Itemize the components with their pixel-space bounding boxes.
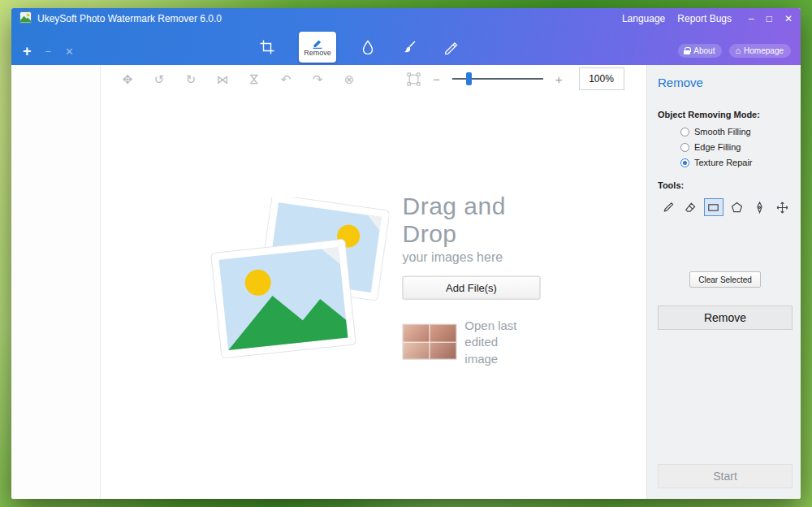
dragdrop-subtitle: your images here bbox=[403, 250, 503, 265]
radio-circle[interactable] bbox=[680, 143, 689, 152]
polygon-select-tool-icon[interactable] bbox=[727, 198, 746, 216]
canvas-dropzone[interactable]: Drag and Drop your images here Add File(… bbox=[101, 93, 646, 499]
selection-frame-icon[interactable] bbox=[407, 72, 421, 86]
radio-label: Smooth Filling bbox=[694, 127, 751, 136]
radio-circle[interactable] bbox=[680, 158, 689, 167]
panel-heading: Remove bbox=[658, 76, 793, 89]
eraser-tool-icon[interactable] bbox=[680, 198, 700, 216]
about-label: About bbox=[693, 46, 715, 55]
redo-icon[interactable]: ↷ bbox=[310, 73, 325, 85]
brush-icon[interactable] bbox=[400, 37, 419, 57]
crop-icon[interactable] bbox=[257, 37, 277, 57]
rectangle-select-tool-icon[interactable] bbox=[704, 198, 723, 216]
droplet-icon[interactable] bbox=[358, 37, 378, 57]
clear-files-button[interactable]: ✕ bbox=[65, 46, 74, 57]
undo-icon[interactable]: ↶ bbox=[279, 73, 293, 85]
maximize-button[interactable]: □ bbox=[767, 14, 772, 24]
close-button[interactable]: ✕ bbox=[784, 14, 793, 24]
radio-label: Edge Filling bbox=[694, 142, 741, 152]
about-button[interactable]: About bbox=[678, 44, 722, 58]
thumbnail-list-panel[interactable] bbox=[11, 65, 101, 499]
remove-action-button[interactable]: Remove bbox=[658, 306, 793, 330]
remove-settings-panel: Remove Object Removing Mode: Smooth Fill… bbox=[646, 65, 801, 499]
mode-radio-group: Smooth Filling Edge Filling Texture Repa… bbox=[680, 127, 793, 167]
report-bugs-menu[interactable]: Report Bugs bbox=[674, 13, 735, 24]
dragdrop-title: Drag and Drop bbox=[403, 193, 541, 248]
flip-horizontal-icon[interactable]: ⋈ bbox=[215, 73, 230, 85]
radio-smooth-filling[interactable]: Smooth Filling bbox=[680, 127, 793, 136]
file-actions: + − ✕ bbox=[23, 44, 74, 58]
lock-icon bbox=[684, 47, 690, 54]
move-icon[interactable]: ✥ bbox=[120, 73, 135, 85]
clear-selected-button[interactable]: Clear Selected bbox=[689, 271, 761, 288]
minimize-button[interactable]: – bbox=[749, 14, 754, 24]
header: UkeySoft Photo Watermark Remover 6.0.0 L… bbox=[11, 8, 801, 65]
main-area: ✥ ↺ ↻ ⋈ ⋈ ↶ ↷ ⊗ − bbox=[101, 65, 646, 499]
app-window: UkeySoft Photo Watermark Remover 6.0.0 L… bbox=[11, 8, 801, 499]
pen-tool-icon[interactable] bbox=[749, 198, 769, 216]
language-menu[interactable]: Language bbox=[619, 13, 668, 24]
remove-marker-icon bbox=[311, 38, 324, 49]
home-icon: ⌂ bbox=[735, 46, 741, 55]
rotate-ccw-icon[interactable]: ↺ bbox=[152, 73, 166, 85]
header-links: About ⌂ Homepage bbox=[678, 44, 791, 58]
main-toolbar: + − ✕ Remove bbox=[11, 29, 801, 65]
radio-label: Texture Repair bbox=[694, 158, 753, 167]
edit-toolbar: ✥ ↺ ↻ ⋈ ⋈ ↶ ↷ ⊗ − bbox=[101, 65, 646, 93]
brush-tool-icon[interactable] bbox=[658, 198, 677, 216]
open-last-edited[interactable]: Open last edited image bbox=[403, 318, 541, 367]
zoom-level-value[interactable]: 100% bbox=[579, 67, 624, 90]
zoom-controls: − + bbox=[407, 72, 563, 86]
remove-file-button[interactable]: − bbox=[45, 46, 52, 57]
tools-section-label: Tools: bbox=[658, 180, 793, 190]
rotate-cw-icon[interactable]: ↻ bbox=[184, 73, 198, 85]
add-files-button[interactable]: Add File(s) bbox=[403, 276, 541, 300]
homepage-button[interactable]: ⌂ Homepage bbox=[729, 44, 791, 58]
open-last-edited-label: Open last edited image bbox=[464, 318, 540, 367]
zoom-in-button[interactable]: + bbox=[555, 73, 563, 85]
radio-edge-filling[interactable]: Edge Filling bbox=[680, 142, 793, 152]
remove-tool-button[interactable]: Remove bbox=[299, 32, 336, 63]
move-tool-icon[interactable] bbox=[773, 198, 793, 216]
last-edited-thumbnail[interactable] bbox=[403, 324, 457, 360]
start-button[interactable]: Start bbox=[658, 464, 793, 488]
pen-icon[interactable] bbox=[441, 37, 460, 57]
app-icon bbox=[19, 11, 32, 26]
titlebar: UkeySoft Photo Watermark Remover 6.0.0 L… bbox=[11, 8, 801, 29]
remove-tool-label: Remove bbox=[304, 50, 331, 57]
zoom-slider-handle[interactable] bbox=[466, 72, 472, 85]
homepage-label: Homepage bbox=[744, 46, 784, 55]
photo-stack-illustration bbox=[207, 197, 390, 362]
cancel-icon[interactable]: ⊗ bbox=[342, 73, 356, 85]
center-tools: Remove bbox=[257, 31, 460, 63]
flip-vertical-icon[interactable]: ⋈ bbox=[248, 72, 261, 86]
radio-texture-repair[interactable]: Texture Repair bbox=[680, 158, 793, 167]
window-title: UkeySoft Photo Watermark Remover 6.0.0 bbox=[37, 13, 222, 24]
tools-row bbox=[658, 198, 793, 216]
mode-section-label: Object Removing Mode: bbox=[658, 110, 793, 119]
radio-circle[interactable] bbox=[680, 128, 689, 136]
add-file-button[interactable]: + bbox=[23, 44, 32, 58]
zoom-out-button[interactable]: − bbox=[433, 73, 440, 85]
window-controls: – □ ✕ bbox=[749, 14, 793, 24]
zoom-slider[interactable] bbox=[452, 78, 543, 80]
